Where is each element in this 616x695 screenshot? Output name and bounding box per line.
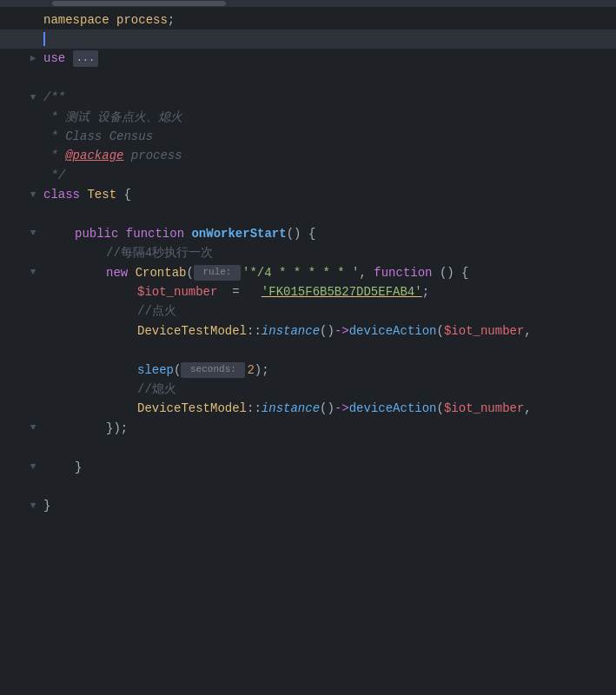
fold-placeholder[interactable]: ... <box>73 50 99 67</box>
token-doc-cn: * 测试 设备点火、熄火 <box>43 108 182 127</box>
token-doc: * <box>43 146 65 165</box>
line-number <box>0 438 26 457</box>
line-number <box>0 419 26 438</box>
token-doc-class: * <box>43 127 65 146</box>
table-row: ▼ } <box>0 496 616 515</box>
class-device2: DeviceTestModel <box>137 399 247 418</box>
table-row <box>0 438 616 457</box>
string-rule: '*/4 * * * * * ' <box>242 263 359 282</box>
comment-cn: //每隔4秒执行一次 <box>106 243 213 262</box>
token-doc: /** <box>43 88 65 107</box>
fold-gutter <box>26 108 40 127</box>
table-row: sleep( seconds: 2); <box>0 361 616 380</box>
table-row: * 测试 设备点火、熄火 <box>0 108 616 127</box>
fold-icon[interactable]: ▼ <box>26 496 40 515</box>
fold-gutter <box>26 205 40 224</box>
fold-gutter <box>26 10 40 30</box>
param-hint: rule: <box>194 265 241 281</box>
close-fn: } <box>75 458 82 477</box>
token-doc-tag: @package <box>65 146 123 165</box>
scrollbar[interactable] <box>0 0 616 7</box>
code-area: namespace process; ▶ use ... <box>0 7 616 516</box>
fold-gutter <box>26 146 40 165</box>
token-doc-end: */ <box>43 166 65 185</box>
line-number <box>0 380 26 399</box>
code-line: new Crontab( rule: '*/4 * * * * * ', fun… <box>40 263 616 282</box>
table-row: ▼ new Crontab( rule: '*/4 * * * * * ', f… <box>0 263 616 282</box>
fold-gutter <box>26 380 40 399</box>
keyword-use: use <box>43 49 65 68</box>
table-row <box>0 477 616 496</box>
table-row: DeviceTestModel::instance()->deviceActio… <box>0 399 616 418</box>
table-row: //点火 <box>0 301 616 321</box>
table-row <box>0 69 616 88</box>
code-line: DeviceTestModel::instance()->deviceActio… <box>40 399 616 418</box>
fold-icon[interactable]: ▶ <box>26 49 40 68</box>
string-iot: 'FK015F6B5B27DD5EFAB4' <box>262 282 422 301</box>
var-iot: $iot_number <box>137 282 217 301</box>
code-line: sleep( seconds: 2); <box>40 361 616 380</box>
fn-sleep: sleep <box>137 361 174 380</box>
keyword-public: public <box>75 224 118 243</box>
line-number <box>0 205 26 224</box>
param-hint-seconds: seconds: <box>181 362 245 378</box>
fold-icon[interactable]: ▼ <box>26 224 40 243</box>
keyword-function2: function <box>374 263 432 282</box>
keyword-function: function <box>126 224 184 243</box>
code-line: $iot_number = 'FK015F6B5B27DD5EFAB4'; <box>40 282 616 301</box>
token-doc-class-text: Class Census <box>65 127 153 146</box>
fold-gutter <box>26 166 40 185</box>
comment-extinguish: //熄火 <box>137 380 176 399</box>
table-row: ▼ class Test { <box>0 185 616 204</box>
line-number <box>0 108 26 127</box>
table-row: * @package process <box>0 146 616 165</box>
fold-gutter <box>26 477 40 496</box>
close-class: } <box>43 496 50 515</box>
fold-gutter <box>26 321 40 341</box>
fold-icon[interactable]: ▼ <box>26 263 40 282</box>
var-iot3: $iot_number <box>444 399 524 418</box>
code-line: //点火 <box>40 301 616 321</box>
code-line: * Class Census <box>40 127 616 146</box>
line-number <box>0 477 26 496</box>
line-number <box>0 10 26 30</box>
scrollbar-thumb[interactable] <box>52 1 226 6</box>
fold-icon[interactable]: ▼ <box>26 185 40 204</box>
fold-icon[interactable]: ▼ <box>26 458 40 477</box>
code-line: DeviceTestModel::instance()->deviceActio… <box>40 321 616 341</box>
table-row: //熄火 <box>0 380 616 399</box>
line-number <box>0 496 26 515</box>
line-number <box>0 243 26 262</box>
code-line <box>40 438 616 457</box>
fold-gutter <box>26 301 40 321</box>
fold-gutter <box>26 243 40 262</box>
line-number <box>0 224 26 243</box>
line-number <box>0 321 26 341</box>
code-line: * @package process <box>40 146 616 165</box>
line-number <box>0 341 26 360</box>
table-row: namespace process; <box>0 10 616 30</box>
code-line <box>40 205 616 224</box>
close-crontab: }); <box>106 419 128 438</box>
code-line: */ <box>40 166 616 185</box>
code-line: * 测试 设备点火、熄火 <box>40 108 616 127</box>
fold-icon[interactable]: ▼ <box>26 88 40 107</box>
code-line: namespace process; <box>40 10 616 30</box>
keyword-namespace: namespace <box>43 10 109 30</box>
method-instance: instance <box>262 321 320 341</box>
code-line: } <box>40 496 616 515</box>
code-line: //每隔4秒执行一次 <box>40 243 616 262</box>
line-number <box>0 361 26 380</box>
method-device-action: deviceAction <box>349 321 437 341</box>
table-row: ▼ /** <box>0 88 616 107</box>
code-line <box>40 69 616 88</box>
fn-name: onWorkerStart <box>191 224 286 243</box>
table-row: */ <box>0 166 616 185</box>
line-number <box>0 30 26 49</box>
code-editor[interactable]: namespace process; ▶ use ... <box>0 0 616 695</box>
class-device: DeviceTestModel <box>137 321 247 341</box>
line-number <box>0 458 26 477</box>
fold-gutter <box>26 438 40 457</box>
fold-icon[interactable]: ▼ <box>26 419 40 438</box>
code-line: /** <box>40 88 616 107</box>
